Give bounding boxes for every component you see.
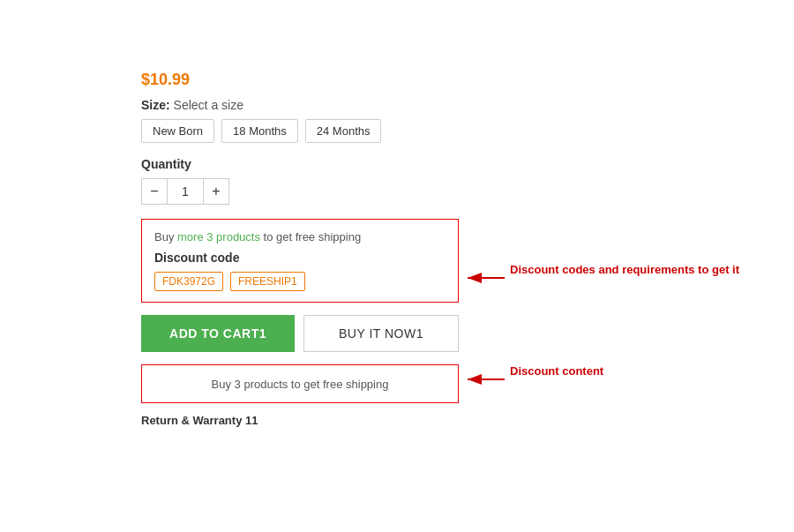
shipping-link[interactable]: more 3 products (177, 230, 260, 244)
discount-shipping-message: Buy more 3 products to get free shipping (154, 230, 446, 244)
size-btn-newborn[interactable]: New Born (141, 119, 214, 143)
discount-code-label: Discount code (154, 251, 446, 265)
size-label: Size: Select a size (141, 98, 494, 112)
size-label-bold: Size: (141, 98, 170, 112)
quantity-value: 1 (168, 178, 203, 205)
size-btn-18months[interactable]: 18 Months (221, 119, 298, 143)
free-shipping-bar: Buy 3 products to get free shipping (141, 364, 459, 403)
size-placeholder-text: Select a size (174, 98, 243, 112)
shipping-msg-suffix: to get free shipping (260, 230, 361, 244)
action-buttons: ADD TO CART1 BUY IT NOW1 (141, 315, 459, 352)
free-shipping-bar-text: Buy 3 products to get free shipping (212, 378, 389, 391)
annotation1-text: Discount codes and requirements to get i… (510, 263, 740, 276)
quantity-increase-button[interactable]: + (203, 178, 229, 205)
annotation2-text: Discount content (510, 364, 604, 378)
product-price: $10.99 (141, 71, 494, 89)
discount-codes: FDK3972G FREESHIP1 (154, 272, 446, 291)
add-to-cart-button[interactable]: ADD TO CART1 (141, 315, 295, 352)
size-options: New Born 18 Months 24 Months (141, 119, 494, 143)
quantity-row: − 1 + (141, 178, 494, 205)
discount-code-2[interactable]: FREESHIP1 (230, 272, 305, 291)
size-btn-24months[interactable]: 24 Months (305, 119, 382, 143)
quantity-decrease-button[interactable]: − (141, 178, 168, 205)
quantity-label: Quantity (141, 157, 494, 171)
discount-code-1[interactable]: FDK3972G (154, 272, 223, 291)
buy-now-button[interactable]: BUY IT NOW1 (303, 315, 459, 352)
return-warranty-label: Return & Warranty 11 (141, 414, 494, 427)
discount-box: Buy more 3 products to get free shipping… (141, 219, 459, 303)
shipping-msg-prefix: Buy (154, 230, 177, 244)
